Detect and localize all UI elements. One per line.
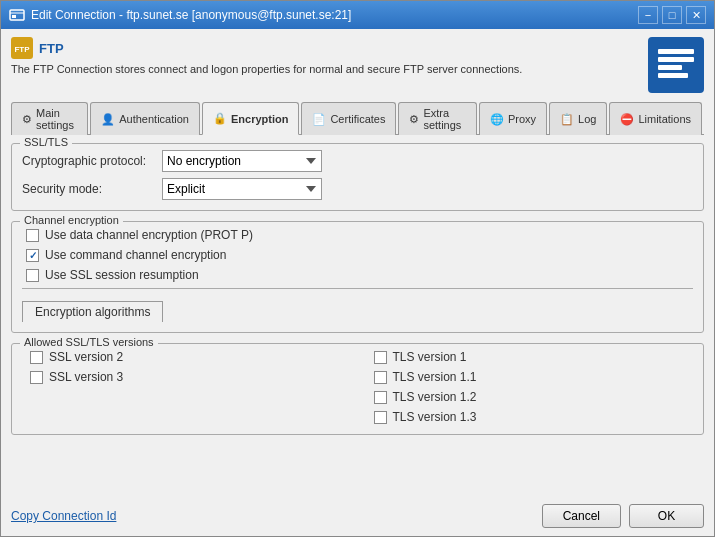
tls12-row: TLS version 1.2	[370, 390, 694, 404]
ssl2-checkbox[interactable]	[30, 351, 43, 364]
maximize-button[interactable]: □	[662, 6, 682, 24]
extra-icon: ⚙	[409, 113, 419, 126]
ssl-resumption-row: Use SSL session resumption	[22, 268, 693, 282]
app-logo	[648, 37, 704, 93]
tab-certificates[interactable]: 📄 Certificates	[301, 102, 396, 135]
tls13-label: TLS version 1.3	[393, 410, 477, 424]
command-channel-checkbox[interactable]	[26, 249, 39, 262]
data-channel-checkbox[interactable]	[26, 229, 39, 242]
tab-main-settings[interactable]: ⚙ Main settings	[11, 102, 88, 135]
ok-button[interactable]: OK	[629, 504, 704, 528]
tab-log-label: Log	[578, 113, 596, 125]
ssl3-checkbox[interactable]	[30, 371, 43, 384]
auth-icon: 👤	[101, 113, 115, 126]
crypto-protocol-row: Cryptographic protocol: No encryption Us…	[22, 150, 693, 172]
tls13-row: TLS version 1.3	[370, 410, 694, 424]
title-bar-left: Edit Connection - ftp.sunet.se [anonymou…	[9, 7, 351, 23]
ssl3-row: SSL version 3	[26, 370, 350, 384]
app-title: FTP	[39, 41, 64, 56]
security-mode-select[interactable]: Explicit Implicit	[162, 178, 322, 200]
logo-svg	[656, 45, 696, 85]
main-settings-icon: ⚙	[22, 113, 32, 126]
window-icon	[9, 7, 25, 23]
certs-icon: 📄	[312, 113, 326, 126]
tab-encryption[interactable]: 🔒 Encryption	[202, 102, 299, 135]
svg-rect-5	[658, 49, 694, 54]
versions-grid: SSL version 2 SSL version 3 TLS version …	[22, 350, 693, 424]
tab-authentication[interactable]: 👤 Authentication	[90, 102, 200, 135]
tab-extra-label: Extra settings	[423, 107, 466, 131]
proxy-icon: 🌐	[490, 113, 504, 126]
crypto-label: Cryptographic protocol:	[22, 154, 162, 168]
bottom-bar: Copy Connection Id Cancel OK	[11, 496, 704, 530]
tls12-label: TLS version 1.2	[393, 390, 477, 404]
command-channel-row: Use command channel encryption	[22, 248, 693, 262]
svg-rect-8	[658, 73, 688, 78]
ssl-tls-group: SSL/TLS Cryptographic protocol: No encry…	[11, 143, 704, 211]
tab-bar: ⚙ Main settings 👤 Authentication 🔒 Encry…	[11, 101, 704, 135]
tab-limits-label: Limitations	[638, 113, 691, 125]
tab-extra-settings[interactable]: ⚙ Extra settings	[398, 102, 477, 135]
ssl3-label: SSL version 3	[49, 370, 123, 384]
svg-rect-6	[658, 57, 694, 62]
svg-rect-2	[12, 15, 16, 18]
tls1-label: TLS version 1	[393, 350, 467, 364]
content-area: FTP FTP The FTP Connection stores connec…	[1, 29, 714, 536]
data-channel-row: Use data channel encryption (PROT P)	[22, 228, 693, 242]
ssl-resumption-checkbox[interactable]	[26, 269, 39, 282]
log-icon: 📋	[560, 113, 574, 126]
security-mode-row: Security mode: Explicit Implicit	[22, 178, 693, 200]
tab-certs-label: Certificates	[330, 113, 385, 125]
encryption-icon: 🔒	[213, 112, 227, 125]
tab-proxy[interactable]: 🌐 Proxy	[479, 102, 547, 135]
tls12-checkbox[interactable]	[374, 391, 387, 404]
form-area: SSL/TLS Cryptographic protocol: No encry…	[11, 135, 704, 496]
security-label: Security mode:	[22, 182, 162, 196]
tls11-label: TLS version 1.1	[393, 370, 477, 384]
title-bar: Edit Connection - ftp.sunet.se [anonymou…	[1, 1, 714, 29]
channel-title: Channel encryption	[20, 214, 123, 226]
tls1-row: TLS version 1	[370, 350, 694, 364]
ssl2-label: SSL version 2	[49, 350, 123, 364]
minimize-button[interactable]: −	[638, 6, 658, 24]
copy-connection-id-link[interactable]: Copy Connection Id	[11, 509, 116, 523]
close-button[interactable]: ✕	[686, 6, 706, 24]
app-header: FTP FTP The FTP Connection stores connec…	[11, 37, 704, 93]
tls11-checkbox[interactable]	[374, 371, 387, 384]
crypto-protocol-select[interactable]: No encryption Use explicit FTP over TLS …	[162, 150, 322, 172]
versions-col1: SSL version 2 SSL version 3	[26, 350, 350, 424]
ssl-tls-title: SSL/TLS	[20, 136, 72, 148]
data-channel-label: Use data channel encryption (PROT P)	[45, 228, 253, 242]
tls1-checkbox[interactable]	[374, 351, 387, 364]
tab-auth-label: Authentication	[119, 113, 189, 125]
cancel-button[interactable]: Cancel	[542, 504, 621, 528]
ssl-versions-group: Allowed SSL/TLS versions SSL version 2 S…	[11, 343, 704, 435]
command-channel-label: Use command channel encryption	[45, 248, 226, 262]
action-buttons: Cancel OK	[542, 504, 704, 528]
tab-encryption-label: Encryption	[231, 113, 288, 125]
ssl-resumption-label: Use SSL session resumption	[45, 268, 199, 282]
svg-rect-7	[658, 65, 682, 70]
channel-encryption-group: Channel encryption Use data channel encr…	[11, 221, 704, 333]
tls13-checkbox[interactable]	[374, 411, 387, 424]
tab-log[interactable]: 📋 Log	[549, 102, 607, 135]
main-window: Edit Connection - ftp.sunet.se [anonymou…	[0, 0, 715, 537]
ssl-versions-title: Allowed SSL/TLS versions	[20, 336, 158, 348]
ftp-icon: FTP	[11, 37, 33, 59]
tab-proxy-label: Proxy	[508, 113, 536, 125]
app-header-left: FTP FTP The FTP Connection stores connec…	[11, 37, 522, 75]
app-title-row: FTP FTP	[11, 37, 522, 59]
title-controls: − □ ✕	[638, 6, 706, 24]
ssl2-row: SSL version 2	[26, 350, 350, 364]
tab-main-label: Main settings	[36, 107, 77, 131]
tls11-row: TLS version 1.1	[370, 370, 694, 384]
tab-limitations[interactable]: ⛔ Limitations	[609, 102, 702, 135]
encryption-algorithms-button[interactable]: Encryption algorithms	[22, 301, 163, 322]
window-title: Edit Connection - ftp.sunet.se [anonymou…	[31, 8, 351, 22]
app-description: The FTP Connection stores connect and lo…	[11, 63, 522, 75]
limits-icon: ⛔	[620, 113, 634, 126]
algo-tab-container: Encryption algorithms	[22, 288, 693, 322]
versions-col2: TLS version 1 TLS version 1.1 TLS versio…	[370, 350, 694, 424]
svg-text:FTP: FTP	[14, 45, 30, 54]
